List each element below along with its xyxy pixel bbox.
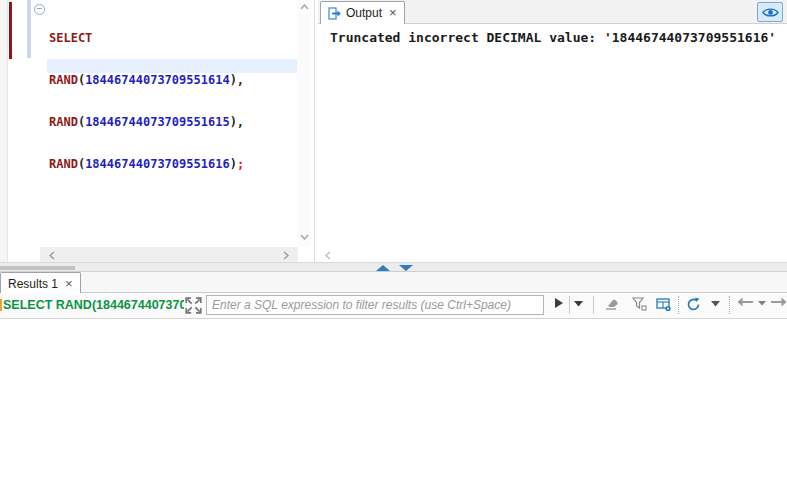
- minimize-panel-icon[interactable]: [399, 265, 413, 271]
- filter-input[interactable]: [206, 295, 544, 315]
- filter-history-dropdown[interactable]: [574, 301, 583, 307]
- previous-page-button[interactable]: [737, 297, 754, 307]
- panel-sash[interactable]: [0, 262, 787, 272]
- horizontal-scroll-thumb[interactable]: [0, 266, 75, 270]
- code-line: RAND(18446744073709551614),: [49, 73, 244, 87]
- grid-gear-icon: [656, 297, 672, 312]
- scroll-down-icon[interactable]: [300, 234, 309, 240]
- custom-filter-button[interactable]: [632, 297, 647, 311]
- play-icon: [554, 297, 564, 309]
- filter-icon: [632, 297, 647, 311]
- tab-close-icon[interactable]: ×: [389, 7, 397, 19]
- output-icon: [328, 7, 341, 20]
- maximize-panel-icon[interactable]: [376, 265, 390, 271]
- scroll-left-icon[interactable]: [49, 251, 55, 260]
- refresh-button[interactable]: [686, 297, 701, 312]
- tab-results[interactable]: Results 1 ×: [0, 272, 81, 294]
- output-tabbar: Output ×: [318, 0, 787, 24]
- separator: [678, 296, 679, 314]
- eye-icon: [762, 7, 779, 18]
- scroll-left-icon[interactable]: [325, 251, 331, 260]
- sql-editor-workspace: − SELECT RAND(18446744073709551614), RAN…: [0, 0, 787, 498]
- separator: [729, 296, 730, 314]
- expand-filter-icon[interactable]: [185, 297, 202, 314]
- code-fold-toggle-icon[interactable]: −: [34, 4, 45, 15]
- query-status-icon: [0, 299, 2, 311]
- panel-divider: [314, 0, 315, 262]
- chevron-down-icon: [758, 301, 766, 306]
- scroll-up-icon[interactable]: [300, 4, 309, 10]
- output-message: Truncated incorrect DECIMAL value: '1844…: [330, 30, 776, 45]
- output-panel: Output × Truncated incorrect DECIMAL val…: [318, 0, 787, 262]
- refresh-dropdown[interactable]: [711, 301, 720, 307]
- code-line: RAND(18446744073709551615),: [49, 115, 244, 129]
- tab-output-label: Output: [346, 6, 382, 20]
- separator: [569, 296, 570, 314]
- tab-results-label: Results 1: [8, 277, 58, 291]
- scroll-right-icon[interactable]: [283, 251, 289, 260]
- tab-close-icon[interactable]: ×: [65, 278, 73, 290]
- change-indicator-bar: [9, 2, 12, 59]
- apply-filter-button[interactable]: [554, 297, 564, 309]
- code-line: RAND(18446744073709551616);: [49, 157, 244, 171]
- arrow-left-icon: [737, 297, 754, 307]
- editor-annotation-ruler: [0, 0, 8, 262]
- editor-vertical-scrollbar[interactable]: [297, 0, 311, 246]
- clear-filter-button[interactable]: [603, 297, 619, 310]
- sql-editor-panel: − SELECT RAND(18446744073709551614), RAN…: [0, 0, 312, 262]
- refresh-icon: [686, 297, 701, 312]
- code-line: SELECT: [49, 31, 244, 45]
- arrow-right-icon: [770, 297, 787, 307]
- query-preview-text: SELECT RAND(184467440737095: [3, 298, 184, 314]
- editor-horizontal-scrollbar[interactable]: [40, 247, 298, 262]
- results-panel: Results 1 × SELECT RAND(184467440737095: [0, 272, 787, 498]
- eraser-icon: [603, 297, 619, 310]
- grid-settings-button[interactable]: [656, 297, 672, 312]
- navigation-dropdown[interactable]: [758, 301, 766, 306]
- eye-toggle-button[interactable]: [757, 2, 783, 22]
- chevron-down-icon: [711, 301, 720, 307]
- statement-range-bar: [27, 0, 31, 58]
- tab-output[interactable]: Output ×: [320, 1, 405, 24]
- separator: [593, 296, 594, 314]
- sql-code-area[interactable]: SELECT RAND(18446744073709551614), RAND(…: [49, 3, 244, 199]
- results-tabbar: [0, 272, 787, 293]
- next-page-button[interactable]: [770, 297, 787, 307]
- chevron-down-icon: [574, 301, 583, 307]
